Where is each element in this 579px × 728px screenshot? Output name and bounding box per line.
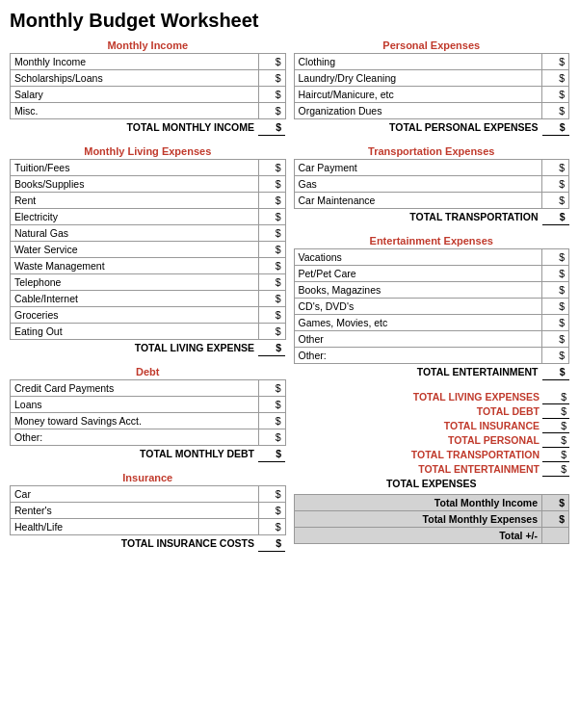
table-row: Misc. $ [11,103,286,119]
table-row: Water Service $ [11,242,286,258]
row-dollar: $ [258,225,285,242]
entertainment-section: Entertainment Expenses Vacations $ Pet/P… [294,235,570,380]
row-label: Other: [11,429,259,446]
personal-expenses-total-label: TOTAL PERSONAL EXPENSES [294,119,542,136]
summary-row: TOTAL INSURANCE $ [294,419,570,433]
personal-expenses-total-row: TOTAL PERSONAL EXPENSES $ [294,119,569,136]
monthly-income-section: Monthly Income Monthly Income $ Scholars… [10,39,286,136]
transportation-table: Car Payment $ Gas $ Car Maintenance $ TO… [294,159,570,225]
insurance-section: Insurance Car $ Renter's $ Health/Life $… [10,472,286,552]
row-label: Loans [11,397,259,413]
row-dollar: $ [542,315,569,331]
row-dollar: $ [258,324,285,340]
row-label: Natural Gas [11,225,259,242]
row-label: Organization Dues [294,103,542,119]
transportation-total-row: TOTAL TRANSPORTATION $ [294,209,569,225]
table-row: Electricity $ [11,209,286,225]
debt-total-label: TOTAL MONTHLY DEBT [11,446,259,462]
row-label: Misc. [11,103,259,119]
row-label: Car Maintenance [294,193,542,209]
table-row: Eating Out $ [11,324,286,340]
table-row: Health/Life $ [11,519,286,535]
table-row: Pet/Pet Care $ [294,266,569,282]
table-row: Rent $ [11,193,286,209]
table-row: Monthly Income $ [11,54,286,70]
summary-section: TOTAL LIVING EXPENSES $ TOTAL DEBT $ TOT… [294,390,570,544]
table-row: Car $ [11,486,286,503]
summary-label: TOTAL INSURANCE [294,419,543,433]
table-row: Car Payment $ [294,160,569,176]
row-label: Scholarships/Loans [11,70,259,87]
row-dollar: $ [542,348,569,364]
entertainment-table: Vacations $ Pet/Pet Care $ Books, Magazi… [294,248,570,380]
row-label: Electricity [11,209,259,225]
living-expenses-section: Monthly Living Expenses Tuition/Fees $ B… [10,145,286,356]
grand-label: Total Monthly Income [294,495,542,511]
table-row: Gas $ [294,176,569,193]
debt-total-dollar: $ [258,446,285,462]
debt-title: Debt [10,366,286,377]
summary-dollar: $ [542,404,569,419]
row-label: Other [294,331,542,348]
row-label: Gas [294,176,542,193]
row-dollar: $ [542,193,569,209]
summary-dollar: $ [542,448,569,462]
monthly-income-total-dollar: $ [258,119,285,136]
row-label: Haircut/Manicure, etc [294,87,542,103]
summary-dollar: $ [542,419,569,433]
insurance-total-row: TOTAL INSURANCE COSTS $ [11,535,286,552]
row-label: Monthly Income [11,54,259,70]
grand-total-row: Total Monthly Income $ [294,495,569,511]
summary-row: TOTAL PERSONAL $ [294,433,570,448]
personal-expenses-section: Personal Expenses Clothing $ Laundry/Dry… [294,39,570,136]
summary-label: TOTAL LIVING EXPENSES [294,390,543,404]
row-dollar: $ [258,307,285,324]
personal-expenses-total-dollar: $ [542,119,569,136]
row-dollar: $ [258,429,285,446]
row-dollar: $ [258,87,285,103]
table-row: Natural Gas $ [11,225,286,242]
row-label: Car Payment [294,160,542,176]
table-row: Scholarships/Loans $ [11,70,286,87]
row-dollar: $ [258,274,285,291]
personal-expenses-title: Personal Expenses [294,39,570,51]
transportation-title: Transportation Expenses [294,145,570,157]
grand-dollar: $ [542,511,569,528]
table-row: Credit Card Payments $ [11,380,286,397]
grand-total-row: Total +/- [294,528,569,544]
living-expenses-table: Tuition/Fees $ Books/Supplies $ Rent $ E… [10,159,286,356]
living-expenses-total-label: TOTAL LIVING EXPENSE [11,340,259,356]
table-row: Clothing $ [294,54,569,70]
row-label: Groceries [11,307,259,324]
table-row: Car Maintenance $ [294,193,569,209]
row-dollar: $ [258,380,285,397]
table-row: Haircut/Manicure, etc $ [294,87,569,103]
row-label: Books, Magazines [294,282,542,299]
left-column: Monthly Income Monthly Income $ Scholars… [10,39,286,561]
row-dollar: $ [542,103,569,119]
row-dollar: $ [542,87,569,103]
living-expenses-total-row: TOTAL LIVING EXPENSE $ [11,340,286,356]
table-row: Other: $ [11,429,286,446]
summary-table: TOTAL LIVING EXPENSES $ TOTAL DEBT $ TOT… [294,390,570,490]
row-dollar: $ [542,299,569,315]
entertainment-title: Entertainment Expenses [294,235,570,247]
row-dollar: $ [258,160,285,176]
transportation-total-label: TOTAL TRANSPORTATION [294,209,542,225]
summary-row: TOTAL ENTERTAINMENT $ [294,462,570,477]
grand-total-table: Total Monthly Income $ Total Monthly Exp… [294,494,570,544]
monthly-income-title: Monthly Income [10,39,286,51]
insurance-table: Car $ Renter's $ Health/Life $ TOTAL INS… [10,485,286,552]
insurance-total-dollar: $ [258,535,285,552]
row-dollar: $ [542,331,569,348]
summary-dollar: $ [542,390,569,404]
row-label: Credit Card Payments [11,380,259,397]
row-label: Other: [294,348,542,364]
entertainment-total-label: TOTAL ENTERTAINMENT [294,364,542,380]
grand-label: Total Monthly Expenses [294,511,542,528]
row-label: Tuition/Fees [11,160,259,176]
summary-label: TOTAL PERSONAL [294,433,543,448]
row-dollar: $ [542,249,569,266]
table-row: Other $ [294,331,569,348]
row-dollar: $ [258,193,285,209]
